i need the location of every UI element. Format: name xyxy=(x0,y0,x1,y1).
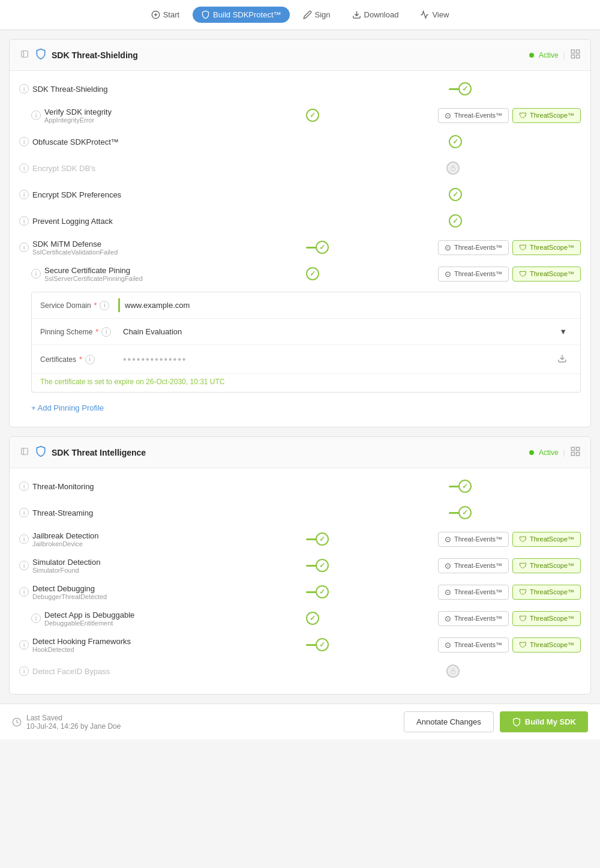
threat-scope-verify-sdk[interactable]: 🛡 ThreatScope™ xyxy=(512,108,581,123)
check-encrypt-db xyxy=(446,161,460,175)
section-header-intelligence: SDK Threat Intelligence Active | xyxy=(10,437,590,468)
pinning-scheme-select[interactable]: Chain Evaluation ▼ xyxy=(118,325,572,339)
threat-scope-jailbreak[interactable]: 🛡 ThreatScope™ xyxy=(512,532,581,547)
section-body-shielding: i SDK Threat-Shielding ✓ i V xyxy=(10,71,590,427)
section-menu-intelligence[interactable] xyxy=(570,446,581,459)
feature-row-jailbreak: i Jailbreak Detection JailbrokenDevice ✓… xyxy=(10,526,590,552)
feature-name-cert-pinning: Secure Certificate Pining xyxy=(44,266,143,275)
toggle-hooking[interactable]: ✓ xyxy=(306,638,329,651)
info-icon-hooking[interactable]: i xyxy=(19,640,29,649)
service-domain-value: www.example.com xyxy=(118,298,572,312)
svg-rect-9 xyxy=(571,55,574,58)
threat-scope-simulator[interactable]: 🛡 ThreatScope™ xyxy=(512,558,581,573)
info-icon-threat-monitoring[interactable]: i xyxy=(19,481,29,491)
feature-name-encrypt-db: Encrypt SDK DB's xyxy=(32,164,95,173)
check-prevent-logging[interactable]: ✓ xyxy=(449,214,462,228)
info-icon-shielding-main[interactable]: i xyxy=(19,84,29,94)
shield-icon-shielding xyxy=(35,48,47,62)
nav-sign-label: Sign xyxy=(315,10,331,19)
toggle-shielding-main[interactable]: ✓ xyxy=(449,82,472,95)
nav-sign[interactable]: Sign xyxy=(295,7,339,23)
info-icon-service-domain[interactable]: i xyxy=(100,301,109,310)
info-icon-prevent-logging[interactable]: i xyxy=(19,216,29,226)
info-icon-jailbreak[interactable]: i xyxy=(19,534,29,544)
sdk-threat-intelligence-section: SDK Threat Intelligence Active | i Threa… xyxy=(9,436,591,695)
cert-dots: •••••••••••••• xyxy=(123,354,554,365)
annotate-button[interactable]: Annotate Changes xyxy=(404,711,494,732)
threat-events-cert-pinning[interactable]: ⊙ Threat-Events™ xyxy=(438,267,509,282)
threat-events-simulator[interactable]: ⊙ Threat-Events™ xyxy=(438,558,509,573)
svg-rect-18 xyxy=(451,671,455,674)
bottom-actions: Annotate Changes Build My SDK xyxy=(404,711,588,732)
feature-name-debugging: Detect Debugging xyxy=(32,584,107,593)
threat-scope-debugging[interactable]: 🛡 ThreatScope™ xyxy=(512,585,581,600)
toggle-threat-monitoring[interactable]: ✓ xyxy=(449,480,472,493)
info-icon-obfuscate[interactable]: i xyxy=(19,137,29,146)
info-icon-simulator[interactable]: i xyxy=(19,561,29,570)
threat-events-debugging[interactable]: ⊙ Threat-Events™ xyxy=(438,585,509,600)
feature-row-encrypt-prefs: i Encrypt SDK Preferences ✓ xyxy=(10,181,590,208)
add-pinning-link[interactable]: + Add Pinning Profile xyxy=(31,403,581,412)
info-icon-pinning-scheme[interactable]: i xyxy=(101,327,111,337)
feature-sub-cert-pinning: SslServerCertificatePinningFailed xyxy=(44,275,143,282)
collapse-shielding-button[interactable] xyxy=(19,49,30,61)
feature-name-obfuscate: Obfuscate SDKProtect™ xyxy=(32,137,119,146)
threat-scope-mitm[interactable]: 🛡 ThreatScope™ xyxy=(512,240,581,255)
toggle-simulator[interactable]: ✓ xyxy=(306,559,329,572)
nav-view[interactable]: View xyxy=(412,7,457,23)
threat-scope-hooking[interactable]: 🛡 ThreatScope™ xyxy=(512,637,581,653)
nav-build-label: Build SDKProtect™ xyxy=(213,10,281,19)
check-cert-pinning[interactable]: ✓ xyxy=(306,267,319,280)
info-icon-faceid[interactable]: i xyxy=(19,666,29,676)
info-icon-encrypt-db[interactable]: i xyxy=(19,163,29,173)
toggle-debugging[interactable]: ✓ xyxy=(306,585,329,598)
check-encrypt-prefs[interactable]: ✓ xyxy=(449,188,462,201)
info-icon-threat-streaming[interactable]: i xyxy=(19,508,29,517)
threat-events-verify-sdk[interactable]: ⊙ Threat-Events™ xyxy=(438,108,509,123)
feature-name-verify-sdk: Verify SDK integrity xyxy=(44,107,112,116)
status-label-intelligence: Active xyxy=(539,448,559,457)
feature-name-hooking: Detect Hooking Frameworks xyxy=(32,637,131,646)
nav-start[interactable]: Start xyxy=(143,7,188,23)
toggle-mitm[interactable]: ✓ xyxy=(306,241,329,254)
threat-scope-cert-pinning[interactable]: 🛡 ThreatScope™ xyxy=(512,267,581,282)
threat-scope-debuggable[interactable]: 🛡 ThreatScope™ xyxy=(512,611,581,626)
status-dot-shielding xyxy=(529,53,534,58)
section-menu-shielding[interactable] xyxy=(570,49,581,61)
section-header-shielding: SDK Threat-Shielding Active | xyxy=(10,40,590,71)
info-icon-mitm[interactable]: i xyxy=(19,243,29,252)
info-icon-cert-pinning[interactable]: i xyxy=(31,269,41,279)
feature-name-faceid: Detect FaceID Bypass xyxy=(32,667,110,676)
feature-name-threat-streaming: Threat-Streaming xyxy=(32,508,93,517)
build-button[interactable]: Build My SDK xyxy=(500,711,588,732)
check-obfuscate[interactable]: ✓ xyxy=(449,135,462,148)
section-title-intelligence: SDK Threat Intelligence xyxy=(52,448,146,457)
feature-row-obfuscate: i Obfuscate SDKProtect™ ✓ xyxy=(10,128,590,155)
threat-events-mitm[interactable]: ⊙ Threat-Events™ xyxy=(438,240,509,255)
threat-events-jailbreak[interactable]: ⊙ Threat-Events™ xyxy=(438,532,509,547)
check-debuggable[interactable]: ✓ xyxy=(306,612,319,625)
info-icon-verify-sdk[interactable]: i xyxy=(31,110,41,120)
info-icon-debugging[interactable]: i xyxy=(19,587,29,597)
nav-download[interactable]: Download xyxy=(344,7,407,23)
feature-name-debuggable: Detect App is Debuggable xyxy=(44,610,134,619)
nav-download-label: Download xyxy=(364,10,399,19)
svg-rect-14 xyxy=(571,447,574,450)
feature-name-mitm: SDK MiTM Defense xyxy=(32,240,118,249)
collapse-intelligence-button[interactable] xyxy=(19,446,30,459)
toggle-jailbreak[interactable]: ✓ xyxy=(306,532,329,546)
info-icon-debuggable[interactable]: i xyxy=(31,613,41,623)
info-icon-certificates[interactable]: i xyxy=(85,355,95,364)
check-verify-sdk[interactable]: ✓ xyxy=(306,109,319,122)
cert-download-icon[interactable] xyxy=(557,354,567,365)
info-icon-encrypt-prefs[interactable]: i xyxy=(19,190,29,199)
feature-name-simulator: Simulator Detection xyxy=(32,558,100,567)
nav-build[interactable]: Build SDKProtect™ xyxy=(193,7,289,23)
svg-rect-17 xyxy=(571,453,574,456)
shield-icon-intelligence xyxy=(35,445,47,459)
threat-events-debuggable[interactable]: ⊙ Threat-Events™ xyxy=(438,611,509,626)
threat-events-hooking[interactable]: ⊙ Threat-Events™ xyxy=(438,637,509,653)
toggle-threat-streaming[interactable]: ✓ xyxy=(449,506,472,519)
status-label-shielding: Active xyxy=(539,51,559,59)
pinning-scheme-label: Pinning Scheme * i xyxy=(40,327,118,337)
